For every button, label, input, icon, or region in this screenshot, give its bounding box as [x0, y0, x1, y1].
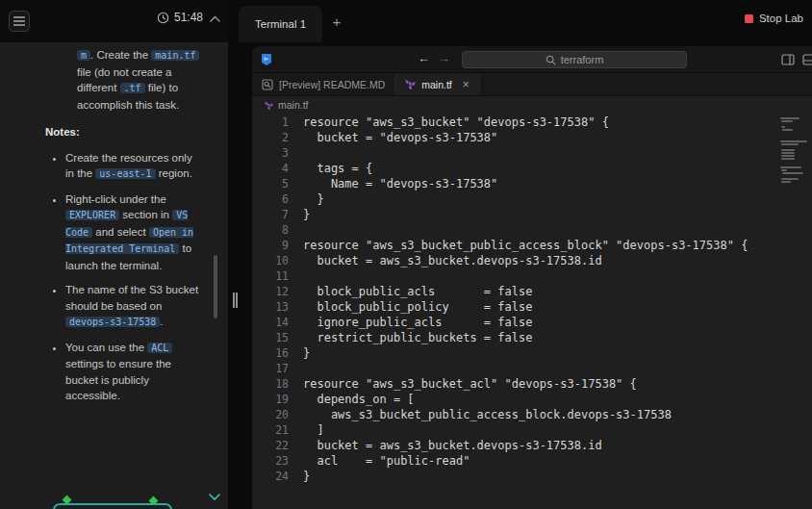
lab-workspace: 51:48 m. Create the main.tf file (do not… [0, 0, 812, 509]
code-text: acl = "public-read" [289, 454, 469, 468]
note-item: The name of the S3 bucket should be base… [65, 282, 203, 331]
code-line[interactable]: 17 [252, 361, 812, 376]
panel-scroll-down-button[interactable] [206, 489, 223, 506]
instructions-content: m. Create the main.tf file (do not creat… [0, 42, 228, 509]
stop-lab-button[interactable]: Stop Lab [745, 13, 803, 24]
notes-heading: Notes: [45, 124, 203, 140]
code-line[interactable]: 20 aws_s3_bucket_public_access_block.dev… [252, 407, 812, 422]
code-line[interactable]: 18resource "aws_s3_bucket_acl" "devops-s… [252, 376, 812, 392]
code-text: tags = { [289, 162, 372, 175]
code-text: } [289, 470, 310, 483]
code-line[interactable]: 6 } [252, 191, 812, 207]
clock-icon [157, 12, 169, 24]
code-line[interactable]: 19 depends_on = [ [252, 392, 812, 407]
add-tab-button[interactable]: + [327, 12, 346, 31]
timer-value: 51:48 [174, 11, 203, 24]
minimap[interactable] [780, 117, 809, 187]
editor-titlebar: ← → terraform [252, 46, 812, 73]
note-item: Create the resources only in the us-east… [65, 150, 203, 183]
instructions-pane: 51:48 m. Create the main.tf file (do not… [0, 0, 228, 509]
code-line[interactable]: 13 block_public_policy = false [252, 299, 812, 315]
code-line[interactable]: 22 bucket = aws_s3_bucket.devops-s3-1753… [252, 438, 812, 453]
tab-main-tf[interactable]: main.tf × [395, 73, 480, 95]
code-text: restrict_public_buckets = false [289, 331, 532, 344]
code-editor-window: ← → terraform [252, 46, 812, 509]
line-number: 1 [252, 115, 289, 129]
code-line[interactable]: 16} [252, 345, 812, 361]
code-text: resource "aws_s3_bucket" "devops-s3-1753… [289, 115, 609, 129]
minimap-line [781, 152, 795, 154]
code-line[interactable]: 14 ignore_public_acls = false [252, 315, 812, 330]
code-line[interactable]: 21 ] [252, 422, 812, 438]
code-text: depends_on = [ [289, 393, 415, 406]
code-text: Name = "devops-s3-17538" [289, 177, 497, 191]
minimap-line [781, 178, 799, 180]
code-line[interactable]: 7} [252, 207, 812, 222]
minimap-line [781, 155, 795, 157]
nav-back-button[interactable]: ← [418, 51, 430, 65]
minimap-line [781, 120, 793, 122]
hamburger-icon [13, 16, 25, 26]
inline-code-chip: main.tf [151, 50, 199, 61]
code-line[interactable]: 15 restrict_public_buckets = false [252, 330, 812, 345]
code-editor[interactable]: 1resource "aws_s3_bucket" "devops-s3-175… [252, 114, 812, 509]
code-text: resource "aws_s3_bucket_acl" "devops-s3-… [289, 377, 637, 391]
pane-resize-handle[interactable] [230, 291, 240, 310]
code-line[interactable]: 9resource "aws_s3_bucket_public_access_b… [252, 238, 812, 253]
code-line[interactable]: 2 bucket = "devops-s3-17538" [252, 130, 812, 145]
line-number: 6 [252, 192, 289, 206]
code-line[interactable]: 24} [252, 469, 812, 484]
line-number: 21 [252, 423, 289, 437]
code-line[interactable]: 12 block_public_acls = false [252, 284, 812, 299]
tab-readme-preview[interactable]: [Preview] README.MD [252, 73, 395, 95]
code-line[interactable]: 10 bucket = aws_s3_bucket.devops-s3-1753… [252, 253, 812, 268]
line-number: 4 [252, 162, 289, 175]
code-text: bucket = aws_s3_bucket.devops-s3-17538.i… [289, 439, 602, 452]
line-number: 15 [252, 331, 289, 344]
line-number: 8 [252, 223, 289, 237]
line-number: 19 [252, 393, 289, 406]
command-center-search[interactable]: terraform [462, 51, 687, 68]
minimap-line [782, 129, 793, 131]
panel-layout-icon[interactable] [781, 53, 795, 66]
line-number: 5 [252, 177, 289, 191]
line-number: 3 [252, 146, 289, 160]
minimap-line [781, 181, 791, 183]
code-text: } [289, 192, 324, 206]
line-number: 17 [252, 362, 289, 375]
terminal-tab-label: Terminal 1 [255, 18, 306, 30]
sidebar-scrollbar-thumb[interactable] [214, 255, 217, 318]
code-line[interactable]: 5 Name = "devops-s3-17538" [252, 176, 812, 191]
panel-scroll-up-button[interactable] [207, 11, 222, 26]
code-lines: 1resource "aws_s3_bucket" "devops-s3-175… [252, 115, 812, 484]
editor-region: Terminal 1 + Stop Lab ← → [228, 0, 812, 509]
code-line[interactable]: 1resource "aws_s3_bucket" "devops-s3-175… [252, 115, 812, 130]
nav-forward-button[interactable]: → [438, 51, 450, 65]
minimap-line [780, 140, 807, 142]
inline-code-chip: devops-s3-17538 [65, 317, 160, 327]
instructions-header: 51:48 [0, 0, 228, 42]
code-line[interactable]: 11 [252, 268, 812, 284]
code-line[interactable]: 4 tags = { [252, 161, 812, 176]
tab-terminal-1[interactable]: Terminal 1 [239, 6, 322, 42]
note-item: Right-click under the EXPLORER section i… [65, 191, 203, 274]
code-line[interactable]: 23 acl = "public-read" [252, 453, 812, 469]
bottom-action-button[interactable] [53, 503, 172, 509]
line-number: 24 [252, 470, 289, 483]
line-number: 13 [252, 300, 289, 314]
search-text: terraform [561, 54, 604, 65]
close-icon[interactable]: × [463, 78, 469, 91]
code-line[interactable]: 3 [252, 145, 812, 161]
minimap-line [781, 126, 785, 128]
inline-code-chip: EXPLORER [65, 210, 119, 220]
notes-list: Create the resources only in the us-east… [45, 150, 203, 404]
minimap-line [781, 169, 787, 171]
line-number: 20 [252, 408, 289, 421]
more-actions-icon[interactable] [802, 53, 812, 66]
inline-code-chip: .tf [120, 83, 145, 93]
breadcrumb[interactable]: main.tf [252, 96, 812, 114]
menu-button[interactable] [9, 11, 30, 32]
line-number: 18 [252, 377, 289, 391]
code-text: bucket = aws_s3_bucket.devops-s3-17538.i… [289, 254, 602, 267]
code-line[interactable]: 8 [252, 222, 812, 238]
